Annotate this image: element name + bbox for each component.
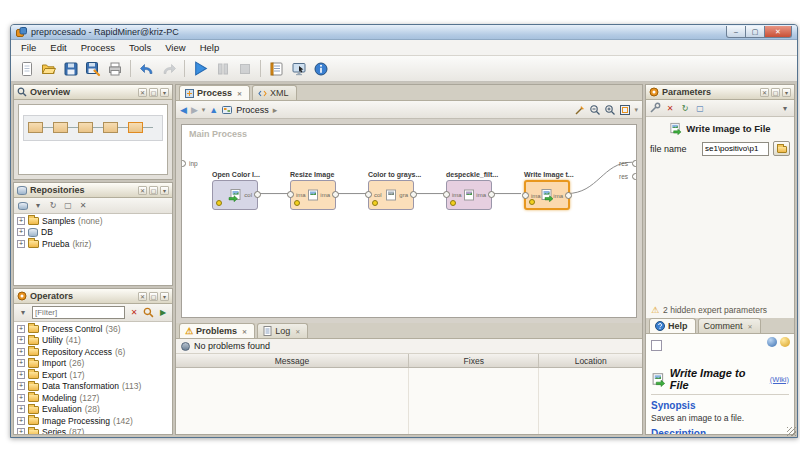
maximize-button[interactable]: ▢ xyxy=(745,26,765,38)
close-button[interactable]: ✕ xyxy=(764,26,792,38)
breadcrumb[interactable]: Process xyxy=(236,105,269,115)
zoom-fit-icon[interactable] xyxy=(619,104,631,116)
tab-process[interactable]: Process ✕ xyxy=(179,85,250,100)
menu-tools[interactable]: Tools xyxy=(123,41,157,54)
process-thumbnail[interactable] xyxy=(18,104,168,175)
tab-close-icon[interactable]: ✕ xyxy=(295,328,300,335)
open-process-button[interactable] xyxy=(38,58,59,79)
repository-row-samples[interactable]: + Samples (none) xyxy=(14,215,172,227)
forward-icon[interactable]: ▶ xyxy=(191,105,198,115)
column-fixes[interactable]: Fixes xyxy=(409,354,539,367)
output-port[interactable] xyxy=(254,191,261,198)
operator-group-row[interactable]: + Data Transformation (113) xyxy=(14,381,172,393)
run-button[interactable] xyxy=(190,58,211,79)
panel-close-icon[interactable]: ✕ xyxy=(138,88,147,97)
history-dropdown-icon[interactable]: ▾ xyxy=(202,106,206,114)
tab-close-icon[interactable]: ✕ xyxy=(242,328,247,335)
operator-body[interactable]: ima ima xyxy=(446,180,492,210)
undo-button[interactable] xyxy=(136,58,157,79)
info-button[interactable] xyxy=(310,58,331,79)
operator-group-row[interactable]: + Repository Access (6) xyxy=(14,346,172,358)
redo-button[interactable] xyxy=(158,58,179,79)
panel-menu-icon[interactable]: ▾ xyxy=(782,88,791,97)
menu-edit[interactable]: Edit xyxy=(44,41,72,54)
tab-xml[interactable]: XML xyxy=(252,85,297,100)
expander-icon[interactable]: + xyxy=(17,394,25,402)
operator-group-row[interactable]: + Evaluation (28) xyxy=(14,404,172,416)
operator-group-row[interactable]: + Image Processing (142) xyxy=(14,415,172,427)
output-port[interactable] xyxy=(488,191,495,198)
operator-group-row[interactable]: + Process Control (36) xyxy=(14,323,172,335)
operator-write-image-to-file[interactable]: Write Image t... ima ima xyxy=(524,180,570,210)
auto-wire-icon[interactable] xyxy=(574,104,586,116)
screen-perspective-button[interactable] xyxy=(288,58,309,79)
wiki-link[interactable]: (Wiki) xyxy=(770,375,789,384)
operator-group-row[interactable]: + Import (26) xyxy=(14,358,172,370)
panel-close-icon[interactable]: ✕ xyxy=(760,88,769,97)
expander-icon[interactable]: + xyxy=(17,405,25,413)
expander-icon[interactable]: + xyxy=(17,240,25,248)
delete-entry-icon[interactable]: ✕ xyxy=(77,200,89,212)
expander-icon[interactable]: + xyxy=(17,228,25,236)
title-bar[interactable]: preprocesado - RapidMiner@kriz-PC – ▢ ✕ xyxy=(11,25,797,40)
tab-comment[interactable]: Comment ✕ xyxy=(698,318,761,333)
operator-group-row[interactable]: + Modeling (127) xyxy=(14,392,172,404)
expander-icon[interactable]: + xyxy=(17,428,25,434)
expander-icon[interactable]: + xyxy=(17,359,25,367)
repository-dropdown-icon[interactable]: ▾ xyxy=(32,200,44,212)
back-icon[interactable]: ◀ xyxy=(180,105,187,115)
column-message[interactable]: Message xyxy=(176,354,409,367)
tab-help[interactable]: Help xyxy=(649,318,696,333)
repository-row-prueba[interactable]: + Prueba (kriz) xyxy=(14,238,172,250)
operator-body-selected[interactable]: ima ima xyxy=(524,180,570,210)
stop-button[interactable] xyxy=(234,58,255,79)
operator-resize-image[interactable]: Resize Image ima ima xyxy=(290,180,336,210)
input-port[interactable] xyxy=(365,191,372,198)
minimize-button[interactable]: – xyxy=(726,26,746,38)
resize-grip[interactable] xyxy=(787,427,796,436)
panel-close-icon[interactable]: ✕ xyxy=(138,186,147,195)
menu-process[interactable]: Process xyxy=(75,41,121,54)
output-port[interactable] xyxy=(565,192,572,199)
clear-filter-icon[interactable]: ✕ xyxy=(128,307,140,319)
expander-icon[interactable]: + xyxy=(17,382,25,390)
tab-log[interactable]: Log ✕ xyxy=(257,323,308,338)
wrench-icon[interactable] xyxy=(649,102,661,114)
pause-button[interactable] xyxy=(212,58,233,79)
copy-entry-icon[interactable]: ▢ xyxy=(62,200,74,212)
operator-filter-input[interactable] xyxy=(32,306,125,319)
repositories-panel-header[interactable]: Repositories ✕ ▢ ▾ xyxy=(14,183,172,198)
operator-color-to-grayscale[interactable]: Color to grays... col gra xyxy=(368,180,414,210)
zoom-out-icon[interactable] xyxy=(589,104,601,116)
operators-panel-header[interactable]: Operators ✕ ▢ ▾ xyxy=(14,289,172,304)
refresh-parameters-icon[interactable]: ↻ xyxy=(679,102,691,114)
validate-process-button[interactable] xyxy=(266,58,287,79)
save-process-as-button[interactable] xyxy=(82,58,103,79)
overview-panel-header[interactable]: Overview ✕ ▢ ▾ xyxy=(14,85,172,100)
result-port-1[interactable] xyxy=(632,160,637,167)
browse-file-button[interactable] xyxy=(773,141,790,156)
help-style-icon[interactable] xyxy=(767,337,777,347)
add-repository-icon[interactable] xyxy=(17,200,29,212)
operator-group-row[interactable]: + Export (17) xyxy=(14,369,172,381)
menu-help[interactable]: Help xyxy=(194,41,226,54)
operator-body[interactable]: col gra xyxy=(368,180,414,210)
expander-icon[interactable]: + xyxy=(17,325,25,333)
operator-despeckle-filter[interactable]: despeckle_filt... ima ima xyxy=(446,180,492,210)
expander-icon[interactable]: + xyxy=(17,417,25,425)
output-port[interactable] xyxy=(410,191,417,198)
input-port[interactable] xyxy=(522,192,529,199)
output-port[interactable] xyxy=(332,191,339,198)
refresh-repository-icon[interactable]: ↻ xyxy=(47,200,59,212)
input-port[interactable] xyxy=(443,191,450,198)
help-bookmark-icon[interactable] xyxy=(780,337,790,347)
file-name-input[interactable] xyxy=(702,142,769,156)
clear-parameters-icon[interactable]: ✕ xyxy=(664,102,676,114)
panel-maximize-icon[interactable]: ▢ xyxy=(149,88,158,97)
tab-close-icon[interactable]: ✕ xyxy=(748,323,753,330)
panel-maximize-icon[interactable]: ▢ xyxy=(149,186,158,195)
expert-mode-icon[interactable]: ▢ xyxy=(694,102,706,114)
result-port-2[interactable] xyxy=(632,173,637,180)
panel-maximize-icon[interactable]: ▢ xyxy=(149,292,158,301)
menu-view[interactable]: View xyxy=(159,41,191,54)
